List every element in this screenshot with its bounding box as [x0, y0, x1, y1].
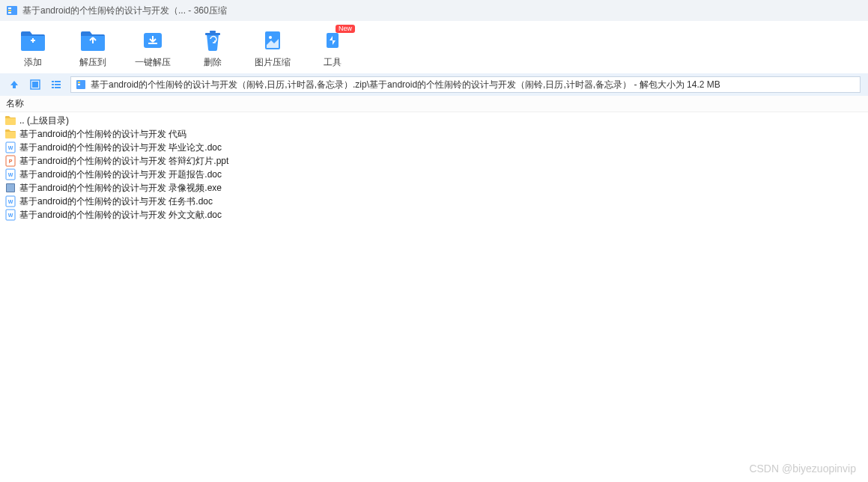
watermark: CSDN @biyezuopinvip [749, 463, 856, 475]
doc-icon: W [4, 195, 16, 207]
file-name: 基于android的个性闹铃的设计与开发 代码 [19, 128, 186, 141]
titlebar: 基于android的个性闹铃的设计与开发（... - 360压缩 [0, 0, 868, 21]
extract-to-icon [79, 28, 106, 53]
svg-rect-2 [8, 10, 11, 11]
image-compress-button[interactable]: 图片压缩 [255, 28, 291, 69]
svg-rect-19 [55, 87, 61, 88]
new-badge: New [336, 25, 355, 33]
svg-rect-16 [52, 84, 54, 85]
window-title: 基于android的个性闹铃的设计与开发（... - 360压缩 [22, 4, 227, 17]
svg-rect-5 [32, 38, 34, 43]
file-name: 基于android的个性闹铃的设计与开发 任务书.doc [19, 195, 213, 208]
file-row[interactable]: .. (上级目录) [4, 114, 864, 127]
up-icon[interactable] [7, 78, 21, 91]
svg-rect-32 [7, 188, 10, 192]
file-row[interactable]: W基于android的个性闹铃的设计与开发 开题报告.doc [4, 168, 864, 181]
svg-text:W: W [8, 145, 13, 150]
svg-text:W: W [8, 213, 13, 218]
extract-to-label: 解压到 [79, 56, 106, 69]
app-icon [6, 4, 18, 16]
extract-to-button[interactable]: 解压到 [75, 28, 111, 69]
add-label: 添加 [24, 56, 42, 69]
exe-icon [4, 182, 16, 194]
svg-rect-31 [10, 184, 14, 188]
file-list: .. (上级目录)基于android的个性闹铃的设计与开发 代码W基于andro… [0, 112, 868, 223]
path-text: 基于android的个性闹铃的设计与开发（闹铃,日历,计时器,备忘录）.zip\… [91, 79, 720, 91]
one-click-extract-icon [139, 28, 166, 53]
svg-text:P: P [9, 159, 13, 164]
svg-rect-17 [55, 84, 61, 85]
svg-rect-20 [76, 80, 85, 89]
ppt-icon: P [4, 155, 16, 167]
svg-rect-22 [78, 84, 80, 85]
svg-rect-3 [8, 12, 11, 13]
svg-rect-14 [52, 81, 54, 82]
doc-icon: W [4, 141, 16, 153]
view-detail-icon[interactable] [28, 78, 42, 91]
file-name: .. (上级目录) [19, 115, 69, 127]
file-row[interactable]: W基于android的个性闹铃的设计与开发 外文文献.doc [4, 208, 864, 222]
columns-header: 名称 [0, 96, 868, 112]
svg-rect-18 [52, 87, 54, 88]
column-name[interactable]: 名称 [6, 97, 24, 110]
view-list-icon[interactable] [49, 78, 63, 91]
svg-rect-8 [210, 31, 216, 33]
svg-rect-13 [32, 82, 38, 88]
svg-rect-15 [55, 81, 61, 82]
svg-rect-7 [205, 33, 220, 35]
file-name: 基于android的个性闹铃的设计与开发 答辩幻灯片.ppt [19, 155, 228, 168]
svg-point-10 [269, 36, 272, 39]
add-button[interactable]: 添加 [15, 28, 51, 69]
toolbar: 添加 解压到 一键解压 删除 图片压缩 New 工具 [0, 21, 868, 73]
doc-icon: W [4, 209, 16, 221]
svg-rect-30 [7, 184, 10, 188]
svg-text:W: W [8, 199, 13, 204]
svg-rect-1 [8, 7, 11, 9]
doc-icon: W [4, 168, 16, 180]
one-click-extract-button[interactable]: 一键解压 [135, 28, 171, 69]
delete-label: 删除 [204, 56, 222, 69]
file-row[interactable]: W基于android的个性闹铃的设计与开发 任务书.doc [4, 195, 864, 208]
svg-text:W: W [8, 172, 13, 177]
file-row[interactable]: 基于android的个性闹铃的设计与开发 代码 [4, 127, 864, 141]
file-row[interactable]: W基于android的个性闹铃的设计与开发 毕业论文.doc [4, 141, 864, 154]
tools-button[interactable]: New 工具 [315, 28, 350, 69]
svg-rect-33 [10, 188, 14, 192]
folder-up-icon [4, 115, 16, 126]
path-input[interactable]: 基于android的个性闹铃的设计与开发（闹铃,日历,计时器,备忘录）.zip\… [70, 76, 861, 93]
tools-label: 工具 [324, 56, 342, 69]
one-click-extract-label: 一键解压 [135, 56, 171, 69]
svg-rect-11 [327, 33, 339, 48]
zip-file-icon [76, 79, 86, 90]
add-icon [19, 28, 46, 53]
file-name: 基于android的个性闹铃的设计与开发 毕业论文.doc [19, 141, 222, 154]
delete-icon [199, 28, 226, 53]
pathbar: 基于android的个性闹铃的设计与开发（闹铃,日历,计时器,备忘录）.zip\… [0, 73, 868, 96]
file-name: 基于android的个性闹铃的设计与开发 开题报告.doc [19, 168, 222, 181]
file-row[interactable]: 基于android的个性闹铃的设计与开发 录像视频.exe [4, 181, 864, 195]
file-name: 基于android的个性闹铃的设计与开发 录像视频.exe [19, 182, 222, 195]
file-name: 基于android的个性闹铃的设计与开发 外文文献.doc [19, 209, 222, 222]
image-compress-label: 图片压缩 [255, 56, 291, 69]
image-compress-icon [259, 28, 286, 53]
svg-rect-21 [78, 82, 80, 83]
folder-icon [4, 128, 16, 140]
delete-button[interactable]: 删除 [195, 28, 231, 69]
file-row[interactable]: P基于android的个性闹铃的设计与开发 答辩幻灯片.ppt [4, 154, 864, 168]
